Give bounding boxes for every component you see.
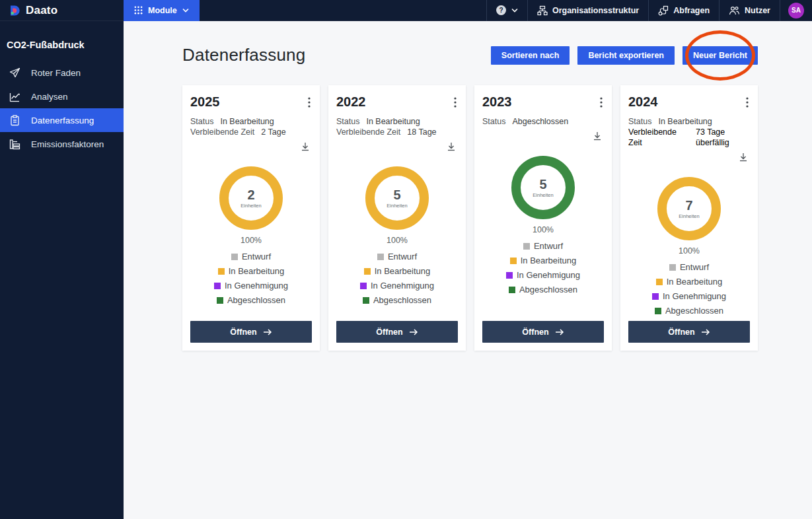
sidebar-module-title: CO2-Fußabdruck xyxy=(0,21,124,61)
percent-label: 100% xyxy=(679,246,700,256)
sort-button[interactable]: Sortieren nach xyxy=(491,46,570,65)
arrow-right-icon xyxy=(263,328,272,336)
open-button[interactable]: Öffnen xyxy=(482,321,604,343)
logo-text: Daato xyxy=(26,4,57,17)
kebab-menu-icon[interactable] xyxy=(453,94,458,110)
donut-ring: 5 Einheiten xyxy=(511,156,575,219)
status-legend: Entwurf In Bearbeitung In Genehmigung Ab… xyxy=(190,252,312,305)
units-label: Einheiten xyxy=(240,203,261,209)
nav-abfragen[interactable]: Abfragen xyxy=(649,0,719,21)
paper-plane-icon xyxy=(9,67,20,79)
status-legend: Entwurf In Bearbeitung In Genehmigung Ab… xyxy=(336,252,458,305)
legend-swatch-entwurf xyxy=(523,243,530,250)
download-icon[interactable] xyxy=(591,129,604,143)
nav-label: Nutzer xyxy=(745,6,770,15)
status-row: Status In Bearbeitung xyxy=(336,116,458,127)
users-icon xyxy=(729,5,740,16)
legend-swatch-in-genehmigung xyxy=(360,283,367,289)
user-avatar[interactable]: SA xyxy=(788,3,804,18)
new-report-wrap: Neuer Bericht xyxy=(683,46,758,65)
status-value: Abgeschlossen xyxy=(512,116,568,127)
sidebar-item-label: Roter Faden xyxy=(31,68,81,78)
kebab-menu-icon[interactable] xyxy=(745,94,750,110)
status-value: In Bearbeitung xyxy=(658,116,712,127)
sidebar-nav: Roter Faden Analysen Datenerfassung xyxy=(0,61,124,156)
status-row: Status In Bearbeitung xyxy=(628,116,750,127)
legend-swatch-in-bearbeitung xyxy=(364,268,371,275)
card-year: 2023 xyxy=(482,94,512,110)
download-icon[interactable] xyxy=(299,140,312,153)
units-count: 7 xyxy=(685,198,692,213)
card-year: 2025 xyxy=(190,94,220,110)
emission-bars-icon xyxy=(9,139,20,150)
sidebar-item-emissionsfaktoren[interactable]: Emissionsfaktoren xyxy=(0,132,124,156)
percent-label: 100% xyxy=(240,236,262,245)
module-button-label: Module xyxy=(148,6,177,15)
donut-ring: 7 Einheiten xyxy=(657,177,721,240)
sidebar-item-label: Emissionsfaktoren xyxy=(31,139,104,149)
open-button[interactable]: Öffnen xyxy=(628,321,750,343)
remaining-row: Verbleibende Zeit 73 Tage überfällig xyxy=(628,127,750,148)
clipboard-icon xyxy=(9,115,20,126)
grid-icon xyxy=(134,6,143,15)
help-icon: ? xyxy=(496,5,506,15)
sidebar-item-roter-faden[interactable]: Roter Faden xyxy=(0,61,124,85)
status-legend: Entwurf In Bearbeitung In Genehmigung Ab… xyxy=(628,262,750,316)
sidebar-item-analysen[interactable]: Analysen xyxy=(0,85,124,108)
donut-chart: 5 Einheiten 100% xyxy=(482,156,604,234)
legend-swatch-in-genehmigung xyxy=(214,283,221,289)
remaining-value: 73 Tage überfällig xyxy=(696,127,747,148)
avatar-wrap: SA xyxy=(780,0,812,21)
legend-swatch-in-genehmigung xyxy=(652,293,659,300)
report-card-2024: 2024 Status In Bearbeitung Verbleibende … xyxy=(620,85,758,351)
status-value: In Bearbeitung xyxy=(220,116,274,127)
status-row: Status Abgeschlossen xyxy=(482,116,604,127)
open-button[interactable]: Öffnen xyxy=(336,321,458,343)
percent-label: 100% xyxy=(533,225,554,234)
legend-swatch-in-bearbeitung xyxy=(218,268,225,275)
kebab-menu-icon[interactable] xyxy=(599,94,604,110)
card-year: 2022 xyxy=(336,94,366,110)
donut-ring: 5 Einheiten xyxy=(365,166,429,230)
remaining-row: Verbleibende Zeit 2 Tage xyxy=(190,127,312,137)
main-header: Datenerfassung Sortieren nach Bericht ex… xyxy=(182,45,758,65)
legend-swatch-in-bearbeitung xyxy=(510,258,517,264)
status-legend: Entwurf In Bearbeitung In Genehmigung Ab… xyxy=(482,241,604,294)
nav-nutzer[interactable]: Nutzer xyxy=(720,0,780,21)
chevron-down-icon xyxy=(511,8,518,13)
open-button[interactable]: Öffnen xyxy=(190,321,312,343)
report-card-2025: 2025 Status In Bearbeitung Verbleibende … xyxy=(182,85,320,351)
units-count: 2 xyxy=(247,188,254,202)
report-card-2023: 2023 Status Abgeschlossen 5 Einhe xyxy=(474,85,612,351)
status-row: Status In Bearbeitung xyxy=(190,116,312,127)
legend-swatch-abgeschlossen xyxy=(363,297,369,304)
nav-organisationsstruktur[interactable]: Organisationsstruktur xyxy=(528,0,648,21)
kebab-menu-icon[interactable] xyxy=(307,94,312,110)
help-menu[interactable]: ? xyxy=(487,0,527,21)
download-icon[interactable] xyxy=(737,151,750,164)
report-cards: 2025 Status In Bearbeitung Verbleibende … xyxy=(182,85,758,351)
main-content: Datenerfassung Sortieren nach Bericht ex… xyxy=(124,21,812,519)
legend-swatch-entwurf xyxy=(231,254,238,260)
app-logo: Daato xyxy=(0,4,124,17)
queries-icon xyxy=(658,5,669,16)
new-report-button[interactable]: Neuer Bericht xyxy=(683,46,758,65)
page-title: Datenerfassung xyxy=(182,45,305,65)
units-count: 5 xyxy=(539,177,546,191)
sidebar-item-label: Analysen xyxy=(31,92,68,102)
legend-swatch-in-bearbeitung xyxy=(656,279,663,285)
legend-swatch-entwurf xyxy=(377,254,384,260)
report-card-2022: 2022 Status In Bearbeitung Verbleibende … xyxy=(328,85,466,351)
legend-swatch-abgeschlossen xyxy=(655,308,661,314)
module-button[interactable]: Module xyxy=(124,0,200,21)
card-year: 2024 xyxy=(628,94,658,110)
sidebar-item-datenerfassung[interactable]: Datenerfassung xyxy=(0,108,124,132)
legend-swatch-abgeschlossen xyxy=(509,287,515,293)
remaining-value: 18 Tage xyxy=(407,127,436,137)
legend-swatch-entwurf xyxy=(669,264,676,271)
units-label: Einheiten xyxy=(679,213,699,219)
nav-label: Organisationsstruktur xyxy=(552,6,639,15)
export-report-button[interactable]: Bericht exportieren xyxy=(577,46,675,65)
download-icon[interactable] xyxy=(445,140,458,153)
top-bar: Daato Module ? xyxy=(0,0,812,21)
